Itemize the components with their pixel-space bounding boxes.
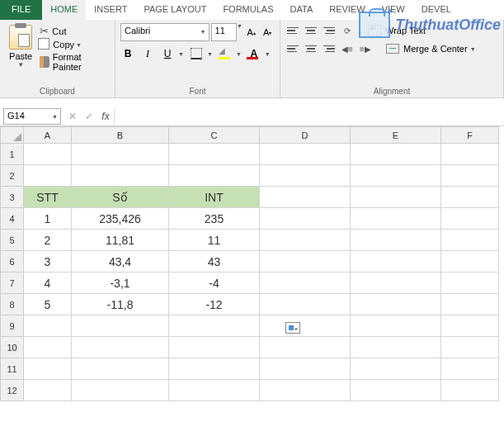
font-color-button[interactable]: A xyxy=(247,48,261,59)
row-header[interactable]: 12 xyxy=(1,380,24,401)
tab-home[interactable]: HOME xyxy=(42,0,86,20)
cell[interactable]: 43,4 xyxy=(72,251,169,272)
align-top-button[interactable] xyxy=(285,23,300,38)
cell[interactable] xyxy=(351,208,441,230)
cell-header-so[interactable]: Số xyxy=(72,187,169,208)
cell[interactable] xyxy=(169,380,260,401)
cell[interactable]: 1 xyxy=(24,208,72,230)
tab-data[interactable]: DATA xyxy=(282,0,322,20)
cell[interactable] xyxy=(441,294,499,315)
cell[interactable] xyxy=(260,294,351,315)
cell[interactable] xyxy=(260,358,351,380)
cell[interactable]: 11,81 xyxy=(72,230,169,251)
cell[interactable] xyxy=(169,358,260,380)
cell[interactable]: -4 xyxy=(169,272,260,294)
column-header-B[interactable]: B xyxy=(72,127,169,144)
cell[interactable] xyxy=(351,187,441,208)
row-header[interactable]: 6 xyxy=(1,251,24,272)
copy-button[interactable]: Copy ▼ xyxy=(40,40,110,50)
cell[interactable]: 235,426 xyxy=(72,208,169,230)
cell[interactable] xyxy=(351,251,441,272)
row-header[interactable]: 5 xyxy=(1,230,24,251)
cell[interactable] xyxy=(441,230,499,251)
cell[interactable] xyxy=(260,272,351,294)
cell[interactable] xyxy=(351,294,441,315)
cell-header-int[interactable]: INT xyxy=(169,187,260,208)
cell[interactable] xyxy=(24,358,72,380)
cut-button[interactable]: ✂ Cut xyxy=(40,25,110,37)
font-name-select[interactable]: Calibri ▼ xyxy=(120,23,210,41)
enter-formula-button[interactable]: ✓ xyxy=(81,111,97,122)
cell[interactable] xyxy=(169,165,260,187)
cell[interactable] xyxy=(351,230,441,251)
cell[interactable] xyxy=(351,315,441,337)
bold-button[interactable]: B xyxy=(120,45,135,62)
copy-dropdown-icon[interactable]: ▼ xyxy=(76,42,82,48)
cell[interactable] xyxy=(351,144,441,165)
select-all-button[interactable] xyxy=(1,127,24,144)
column-header-A[interactable]: A xyxy=(24,127,72,144)
column-header-D[interactable]: D xyxy=(260,127,351,144)
underline-button[interactable]: U xyxy=(160,45,175,62)
row-header[interactable]: 1 xyxy=(1,144,24,165)
cell[interactable] xyxy=(72,165,169,187)
cell[interactable] xyxy=(24,144,72,165)
row-header[interactable]: 11 xyxy=(1,358,24,380)
cell[interactable] xyxy=(72,358,169,380)
cell[interactable] xyxy=(260,187,351,208)
cell[interactable] xyxy=(351,358,441,380)
cell[interactable] xyxy=(169,144,260,165)
cell[interactable] xyxy=(260,208,351,230)
underline-dropdown-icon[interactable]: ▼ xyxy=(178,51,184,57)
cell[interactable] xyxy=(260,380,351,401)
cell[interactable] xyxy=(260,144,351,165)
italic-button[interactable]: I xyxy=(140,45,155,62)
cell[interactable] xyxy=(72,337,169,358)
row-header[interactable]: 9 xyxy=(1,315,24,337)
cell[interactable] xyxy=(441,208,499,230)
row-header[interactable]: 4 xyxy=(1,208,24,230)
paste-button[interactable]: Paste ▼ xyxy=(5,23,36,72)
cell[interactable] xyxy=(24,315,72,337)
cell[interactable]: 3 xyxy=(24,251,72,272)
tab-formulas[interactable]: FORMULAS xyxy=(214,0,281,20)
align-right-button[interactable] xyxy=(322,41,337,56)
cell[interactable]: 235 xyxy=(169,208,260,230)
decrease-font-button[interactable]: A xyxy=(260,23,275,41)
align-center-button[interactable] xyxy=(304,41,318,56)
font-size-select[interactable]: 11 xyxy=(211,23,237,41)
cell[interactable] xyxy=(72,315,169,337)
increase-indent-button[interactable]: ≡▶ xyxy=(358,41,373,56)
row-header[interactable]: 7 xyxy=(1,272,24,294)
cell[interactable] xyxy=(351,380,441,401)
cell[interactable] xyxy=(24,337,72,358)
border-button[interactable] xyxy=(189,45,204,62)
paste-dropdown-icon[interactable]: ▼ xyxy=(17,61,24,69)
cell[interactable] xyxy=(24,165,72,187)
align-middle-button[interactable] xyxy=(304,23,318,38)
name-box[interactable]: G14 ▼ xyxy=(3,108,61,125)
cell[interactable]: 4 xyxy=(24,272,72,294)
cell[interactable]: 11 xyxy=(169,230,260,251)
tab-insert[interactable]: INSERT xyxy=(86,0,135,20)
cell[interactable] xyxy=(441,165,499,187)
cell[interactable] xyxy=(441,272,499,294)
column-header-F[interactable]: F xyxy=(441,127,499,144)
merge-dropdown-icon[interactable]: ▼ xyxy=(470,46,476,52)
cell[interactable]: -12 xyxy=(169,294,260,315)
align-left-button[interactable] xyxy=(285,41,300,56)
row-header[interactable]: 3 xyxy=(1,187,24,208)
column-header-C[interactable]: C xyxy=(169,127,260,144)
tab-file[interactable]: FILE xyxy=(0,0,42,20)
cell[interactable] xyxy=(351,272,441,294)
tab-page-layout[interactable]: PAGE LAYOUT xyxy=(135,0,214,20)
autofill-options-button[interactable] xyxy=(285,322,300,334)
cell[interactable] xyxy=(441,187,499,208)
cell[interactable] xyxy=(441,380,499,401)
cell[interactable] xyxy=(169,337,260,358)
row-header[interactable]: 2 xyxy=(1,165,24,187)
cell[interactable] xyxy=(441,337,499,358)
border-dropdown-icon[interactable]: ▼ xyxy=(207,51,213,57)
column-header-E[interactable]: E xyxy=(351,127,441,144)
cell[interactable] xyxy=(24,380,72,401)
